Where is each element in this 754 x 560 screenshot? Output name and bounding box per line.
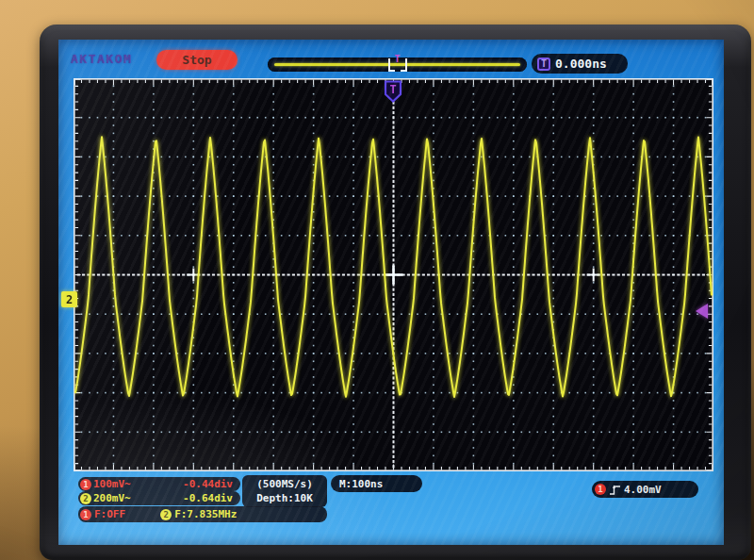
trigger-level-readout: 1 4.00mV — [592, 481, 698, 498]
channel1-scale: 100mV~ — [93, 478, 131, 490]
acquisition-info-box: (500MS/s) Depth:10K — [242, 475, 327, 507]
channel2-status-row: 2 200mV~ -0.64div — [78, 491, 240, 505]
channel1-position: -0.44div — [183, 478, 233, 490]
trigger-t-chip-icon: T — [537, 58, 550, 71]
channel2-position: -0.64div — [183, 492, 233, 504]
trigger-position-slider-marker: T — [388, 56, 407, 73]
memory-window-slider: T — [268, 58, 527, 72]
trigger-offset-value: 0.000ns — [555, 57, 607, 71]
channel1-status-row: 1 100mV~ -0.44div — [78, 477, 240, 491]
frequency-status-row: 1 F:OFF 2 F:7.835MHz — [78, 506, 327, 522]
trigger-position-shield-icon: T — [383, 80, 403, 103]
channel2-freq: F:7.835MHz — [174, 508, 237, 520]
graticule: T — [74, 78, 713, 471]
trigger-level-arrow-icon — [696, 304, 708, 319]
rising-edge-icon — [609, 484, 621, 496]
sample-rate-label: (500MS/s) — [256, 477, 313, 491]
channel1-badge: 1 — [80, 479, 91, 490]
channel2-position-marker: 2 — [61, 291, 77, 307]
graticule-canvas — [74, 78, 713, 471]
trigger-level-value: 4.00mV — [624, 484, 662, 496]
channel2-freq-badge: 2 — [160, 509, 172, 520]
trigger-shield-letter: T — [389, 83, 396, 96]
channel2-badge: 2 — [80, 493, 91, 504]
trigger-source-badge: 1 — [595, 484, 606, 495]
channel2-scale: 200mV~ — [93, 492, 131, 504]
memory-depth-label: Depth:10K — [256, 491, 313, 505]
left-bracket-icon — [388, 58, 395, 72]
right-bracket-icon — [401, 58, 407, 72]
acquisition-status-badge: Stop — [156, 50, 238, 70]
channel1-freq-badge: 1 — [80, 509, 91, 520]
timebase-readout: M:100ns — [331, 475, 422, 492]
lcd-screen: AKTAKOM Stop T T 0.000ns T 2 — [58, 40, 724, 545]
trigger-offset-readout: T 0.000ns — [532, 54, 628, 74]
brand-logo: AKTAKOM — [71, 52, 132, 66]
channel1-freq: F:OFF — [94, 508, 125, 520]
